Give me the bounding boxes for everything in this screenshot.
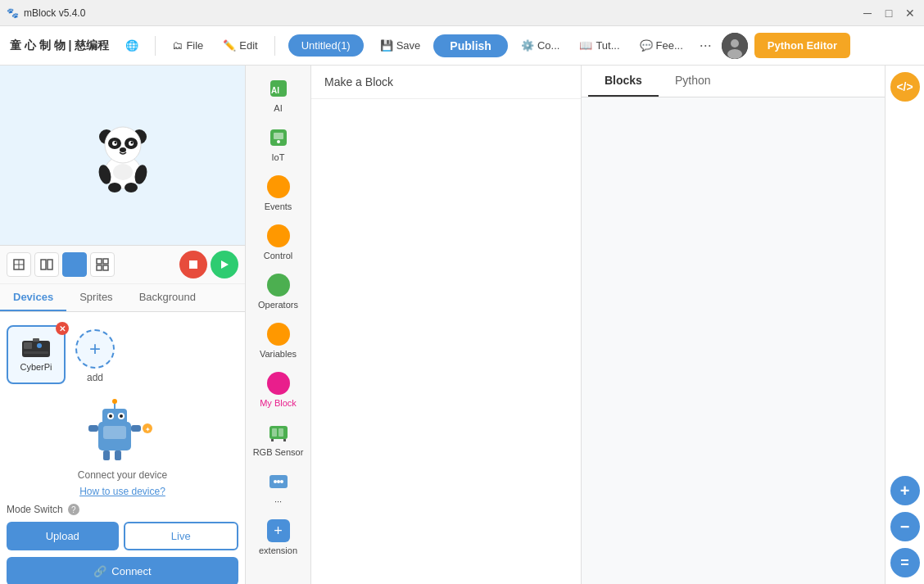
upload-live-buttons: Upload Live [7, 522, 238, 550]
maximize-button[interactable]: □ [881, 6, 896, 20]
zoom-in-button[interactable]: + [890, 476, 920, 505]
cyberpi-device[interactable]: ✕ CyberPi [7, 325, 66, 384]
link-icon: 🔗 [93, 565, 106, 577]
more-icon [267, 470, 290, 493]
feedback-menu[interactable]: 💬 Fee... [633, 36, 690, 55]
category-extension-label: extension [259, 546, 297, 555]
left-panel: Devices Sprites Background ✕ CyberPi [0, 66, 246, 584]
make-block-panel: Make a Block [311, 66, 582, 584]
svg-rect-47 [115, 450, 121, 460]
connect-menu[interactable]: ⚙️ Co... [514, 36, 566, 55]
python-editor-button[interactable]: Python Editor [754, 33, 850, 58]
events-dot [267, 175, 290, 198]
svg-rect-49 [131, 425, 141, 432]
zoom-out-button[interactable]: − [890, 512, 920, 541]
connect-button[interactable]: 🔗 Connect [7, 557, 238, 584]
svg-point-56 [277, 140, 280, 143]
svg-rect-58 [272, 428, 277, 437]
svg-point-17 [108, 183, 121, 192]
separator-2 [274, 36, 275, 56]
category-ai-label: AI [274, 103, 282, 113]
extension-plus-icon: + [267, 519, 290, 542]
stop-button[interactable] [179, 251, 207, 278]
app-title: mBlock v5.4.0 [24, 7, 860, 19]
category-iot[interactable]: IoT [249, 121, 308, 167]
operators-dot [267, 274, 290, 297]
user-avatar[interactable] [722, 33, 748, 59]
svg-point-18 [125, 183, 138, 192]
tab-python[interactable]: Python [659, 66, 727, 97]
upload-button[interactable]: Upload [7, 522, 119, 550]
tab-blocks[interactable]: Blocks [588, 66, 659, 97]
minimize-button[interactable]: ─ [860, 6, 875, 20]
category-variables-label: Variables [260, 349, 297, 359]
info-icon[interactable]: ? [68, 504, 79, 515]
layout-full-button[interactable] [7, 252, 31, 277]
tab-background[interactable]: Background [126, 284, 209, 311]
file-menu[interactable]: 🗂 File [165, 36, 210, 55]
svg-point-2 [727, 49, 742, 59]
mode-switch-row: Mode Switch ? [7, 504, 238, 515]
connect-device-section: ✦ Connect your device How to use device?… [7, 391, 238, 584]
save-button[interactable]: 💾 Save [374, 36, 428, 55]
project-name-button[interactable]: Untitled(1) [288, 34, 364, 57]
svg-point-65 [280, 480, 283, 483]
stage-sprite [90, 123, 156, 188]
app-logo: 童 心 制 物 | 慈编程 [10, 38, 109, 53]
category-more[interactable]: ··· [249, 465, 308, 511]
zoom-reset-button[interactable]: = [890, 548, 920, 577]
more-menu[interactable]: ··· [696, 37, 715, 54]
code-canvas[interactable] [582, 97, 885, 584]
svg-point-1 [731, 39, 739, 48]
close-button[interactable]: ✕ [903, 6, 917, 20]
svg-point-16 [113, 164, 133, 180]
stage-area [0, 66, 245, 246]
svg-rect-45 [103, 426, 126, 439]
make-block-header[interactable]: Make a Block [311, 66, 581, 99]
add-device-button[interactable]: + [75, 329, 115, 369]
svg-rect-33 [24, 342, 32, 349]
svg-point-44 [112, 399, 117, 404]
category-operators[interactable]: Operators [249, 269, 308, 315]
category-rgb-sensor[interactable]: RGB Sensor [249, 416, 308, 462]
svg-marker-31 [221, 260, 229, 269]
live-button[interactable]: Live [124, 522, 239, 550]
category-extension[interactable]: + extension [249, 514, 308, 560]
stage-controls [0, 246, 245, 284]
tab-devices[interactable]: Devices [0, 284, 66, 311]
svg-text:✦: ✦ [145, 426, 151, 433]
category-ai[interactable]: AI AI [249, 72, 308, 118]
run-button[interactable] [211, 251, 238, 278]
device-name: CyberPi [20, 362, 52, 372]
svg-rect-35 [24, 351, 48, 354]
svg-rect-23 [48, 260, 52, 269]
edit-menu[interactable]: ✏️ Edit [216, 36, 264, 55]
svg-point-42 [120, 414, 123, 418]
svg-rect-22 [41, 260, 46, 269]
svg-rect-27 [103, 259, 108, 264]
tab-sprites[interactable]: Sprites [66, 284, 125, 311]
variables-dot [267, 323, 290, 346]
globe-icon[interactable]: 🌐 [119, 36, 145, 55]
layout-split-button[interactable] [34, 252, 59, 277]
control-dot [267, 224, 290, 247]
category-my-block[interactable]: My Block [249, 367, 308, 413]
svg-rect-29 [103, 265, 108, 270]
device-remove-button[interactable]: ✕ [56, 322, 69, 335]
svg-point-12 [130, 141, 133, 143]
app-icon: 🐾 [7, 7, 19, 19]
publish-button[interactable]: Publish [433, 34, 508, 57]
file-icon: 🗂 [172, 39, 183, 52]
category-events[interactable]: Events [249, 170, 308, 216]
category-my-block-label: My Block [260, 398, 297, 408]
layout-code-button[interactable] [62, 252, 87, 277]
svg-point-64 [277, 480, 280, 483]
code-toggle-button[interactable]: </> [890, 72, 920, 102]
how-to-link[interactable]: How to use device? [7, 486, 238, 497]
code-tabs: Blocks Python [582, 66, 885, 97]
svg-text:AI: AI [271, 86, 279, 95]
category-control[interactable]: Control [249, 220, 308, 265]
tutorial-menu[interactable]: 📖 Tut... [573, 36, 626, 55]
category-variables[interactable]: Variables [249, 318, 308, 364]
layout-grid-button[interactable] [90, 252, 115, 277]
